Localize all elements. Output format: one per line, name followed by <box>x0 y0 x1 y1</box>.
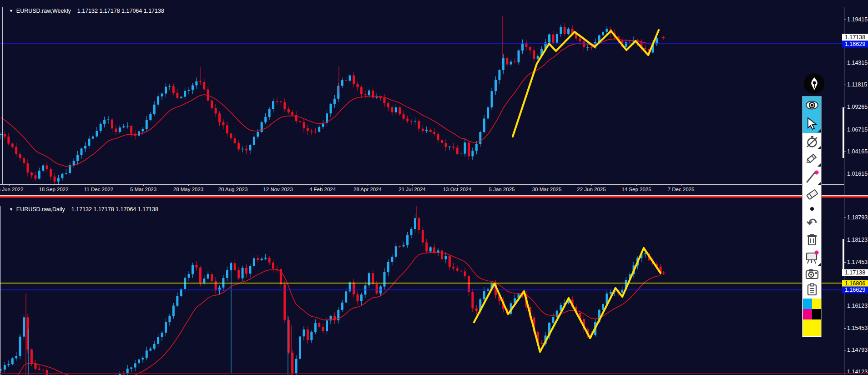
color-swatch-cyan[interactable] <box>803 299 812 309</box>
date-tick-mark <box>636 185 637 186</box>
price-tick-label: 1.14123 <box>847 369 868 375</box>
dot-size-button[interactable] <box>802 203 821 215</box>
date-tick-mark <box>591 185 592 186</box>
price-tick-label: 1.19415 <box>847 16 868 23</box>
select-tool-button[interactable] <box>802 114 821 133</box>
date-tick-mark <box>9 185 10 186</box>
price-tick-label: 1.04165 <box>847 148 868 155</box>
color-swatch-black[interactable] <box>812 309 821 319</box>
pen-nib-logo[interactable] <box>804 73 824 94</box>
whiteboard-icon <box>805 250 819 265</box>
submenu-corner-icon <box>818 263 821 266</box>
date-label: 11 Dec 2022 <box>84 187 113 192</box>
price-label: 1.17138 <box>842 269 868 276</box>
pencil-tool-button[interactable] <box>802 150 821 167</box>
price-tick-label: 1.16123 <box>847 303 868 309</box>
line-tool-button[interactable] <box>802 167 821 186</box>
screenshot-button[interactable] <box>802 267 821 281</box>
top-date-axis[interactable]: 26 Jun 202218 Sep 202211 Dec 20225 Mar 2… <box>0 185 844 195</box>
date-label: 18 Sep 2022 <box>39 187 68 192</box>
date-label: 22 Jun 2025 <box>577 187 606 192</box>
clear-all-button[interactable] <box>802 231 821 248</box>
bottom-chart-title[interactable]: ▼EURUSD.raw,Daily1.17132 1.17178 1.17064… <box>3 200 158 219</box>
date-tick-mark <box>323 185 323 186</box>
date-tick-mark <box>278 185 278 186</box>
chart-dropdown-icon[interactable]: ▼ <box>9 207 13 212</box>
date-tick-mark <box>547 185 547 186</box>
visibility-tool-button[interactable] <box>802 96 821 114</box>
top-chart-title[interactable]: ▼EURUSD.raw,Weekly1.17132 1.17178 1.1706… <box>3 1 164 20</box>
date-label: 12 Nov 2023 <box>263 187 293 192</box>
pencil-icon <box>805 152 819 165</box>
price-tick-mark <box>844 372 846 372</box>
timer-off-tool-button[interactable] <box>802 133 821 150</box>
price-tick-label: 1.09265 <box>847 104 868 110</box>
daily-candlestick-chart[interactable] <box>0 206 844 375</box>
price-tick-label: 1.01615 <box>847 171 868 177</box>
price-tick-mark <box>844 328 846 329</box>
stopwatch-off-icon <box>806 135 818 148</box>
price-tick-mark <box>844 174 846 174</box>
date-tick-mark <box>143 185 144 186</box>
date-label: 28 Apr 2024 <box>353 187 382 192</box>
chart-dropdown-icon[interactable]: ▼ <box>9 9 13 13</box>
bottom-chart-quote: 1.17132 1.17178 1.17064 1.17138 <box>71 206 158 213</box>
top-chart-x-axis-line <box>0 184 844 185</box>
top-chart-left-border <box>2 7 3 184</box>
weekly-candlestick-chart[interactable] <box>0 7 844 185</box>
undo-button[interactable]: ↶ <box>802 215 821 231</box>
submenu-corner-icon <box>818 163 821 167</box>
dot-icon <box>809 206 815 212</box>
price-tick-mark <box>844 85 846 85</box>
submenu-corner-icon <box>818 146 821 149</box>
price-tick-label: 1.14793 <box>847 347 868 353</box>
top-chart-quote: 1.17132 1.17178 1.17064 1.17138 <box>77 8 164 14</box>
date-label: 13 Oct 2024 <box>443 187 472 192</box>
date-label: 4 Feb 2024 <box>309 187 336 192</box>
price-label: 1.16629 <box>842 287 868 294</box>
color-swatch-magenta[interactable] <box>803 309 812 319</box>
clipboard-button[interactable] <box>802 281 821 298</box>
date-label: 7 Dec 2025 <box>668 187 695 192</box>
current-color-swatch[interactable] <box>803 319 821 336</box>
eraser-tool-button[interactable] <box>802 186 821 203</box>
date-label: 5 Mar 2023 <box>130 187 156 192</box>
top-scale-grip[interactable] <box>843 107 844 158</box>
submenu-corner-icon <box>818 129 821 132</box>
date-tick-mark <box>99 185 99 186</box>
trash-icon <box>806 233 818 246</box>
date-tick-mark <box>457 185 458 186</box>
price-tick-mark <box>844 20 846 20</box>
bottom-scale-grip[interactable] <box>843 239 844 271</box>
price-label: 1.16806 <box>842 280 868 287</box>
price-label: 1.17138 <box>842 34 868 41</box>
price-tick-label: 1.15453 <box>847 325 868 331</box>
annotation-toolbar: ↶ <box>802 96 822 337</box>
date-tick-mark <box>233 185 233 186</box>
whiteboard-tool-button[interactable] <box>802 248 821 267</box>
price-tick-label: 1.06715 <box>847 127 868 133</box>
line-tool-icon <box>805 169 819 184</box>
bottom-chart-symbol: EURUSD.raw,Daily <box>16 206 65 213</box>
date-label: 20 Aug 2023 <box>218 187 248 192</box>
price-tick-label: 1.18123 <box>847 237 868 243</box>
date-tick-mark <box>188 185 189 186</box>
undo-icon: ↶ <box>807 216 817 230</box>
eraser-icon <box>805 188 819 201</box>
date-tick-mark <box>54 185 54 186</box>
date-tick-mark <box>412 185 413 186</box>
submenu-corner-icon <box>818 182 821 185</box>
eye-icon <box>805 101 819 110</box>
bottom-chart-left-border <box>0 206 1 375</box>
cursor-arrow-icon <box>806 117 818 130</box>
trading-app-window: ▼EURUSD.raw,Weekly1.17132 1.17178 1.1706… <box>0 0 868 375</box>
date-tick-mark <box>502 185 502 186</box>
price-tick-label: 1.11815 <box>847 81 867 88</box>
color-swatch-yellow[interactable] <box>812 299 821 309</box>
price-tick-mark <box>844 350 846 350</box>
price-label: 1.16629 <box>842 41 868 48</box>
window-separator-red <box>0 197 868 198</box>
bottom-edge-separator <box>0 373 868 374</box>
date-label: 5 Jan 2025 <box>489 187 515 192</box>
date-label: 28 May 2023 <box>173 187 204 192</box>
